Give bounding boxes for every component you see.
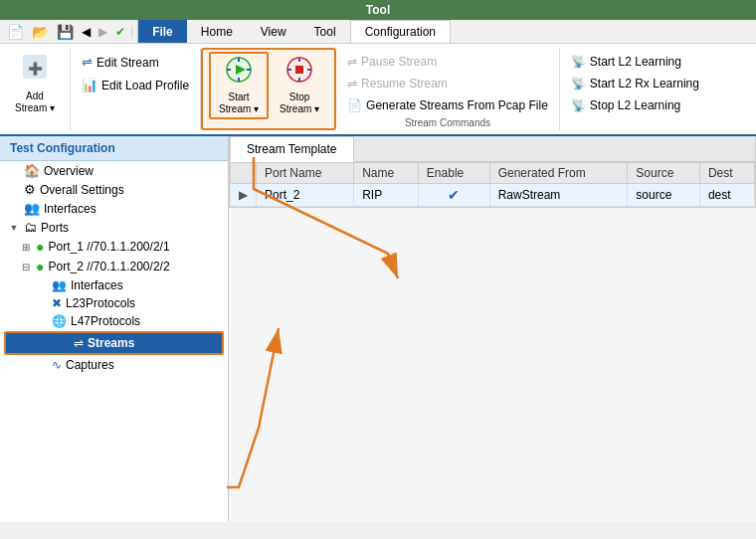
table-row[interactable]: ▶ Port_2 RIP ✔ RawStream source dest	[231, 184, 755, 207]
col-header-dest: Dest	[699, 163, 754, 184]
captures-label: Captures	[66, 358, 114, 372]
p2int-label: Interfaces	[71, 278, 123, 292]
svg-text:➕: ➕	[28, 61, 43, 76]
stream-commands-group-label: Stream Commands	[342, 115, 553, 128]
stop-stream-button[interactable]: StopStream ▾	[271, 52, 328, 119]
ports-expander: ▼	[8, 223, 20, 233]
sidebar-item-ports[interactable]: ▼ 🗂 Ports	[0, 218, 228, 237]
svg-rect-9	[295, 66, 303, 74]
edit-stream-label: Edit Stream	[96, 56, 159, 70]
edit-load-label: Edit Load Profile	[101, 79, 189, 92]
start-l2-learning-button[interactable]: 📡 Start L2 Learning	[566, 52, 704, 72]
stream-table: Port Name Name Enable Generated From Sou…	[230, 162, 755, 207]
port2-dot: ●	[36, 259, 44, 274]
sidebar-item-overview[interactable]: 🏠 Overview	[0, 161, 228, 180]
add-stream-button[interactable]: ➕ AddStream ▾	[6, 50, 64, 117]
checkbox-checked-icon: ✔	[448, 187, 460, 203]
test-configuration-header: Test Configuration	[0, 136, 228, 161]
start-stream-button[interactable]: StartStream ▾	[209, 52, 269, 119]
col-header-name: Name	[354, 163, 419, 184]
cell-source: source	[628, 184, 700, 207]
port1-label: Port_1 //70.1.1.200/2/1	[48, 240, 169, 254]
menu-tool[interactable]: Tool	[300, 20, 350, 43]
l47-label: L47Protocols	[71, 314, 140, 328]
tab-stream-template[interactable]: Stream Template	[230, 136, 354, 162]
sidebar-item-l47[interactable]: 🌐 L47Protocols	[0, 312, 228, 330]
interfaces-label: Interfaces	[44, 202, 96, 216]
ribbon-group-learning: 📡 Start L2 Learning 📡 Start L2 Rx Learni…	[560, 48, 710, 130]
menu-configuration[interactable]: Configuration	[350, 20, 451, 43]
edit-buttons-col: ⇌ Edit Stream 📊 Edit Load Profile	[77, 50, 194, 95]
title-bar: Tool	[0, 0, 756, 20]
stream-commands-col: ⇌ Pause Stream ⇌ Resume Stream 📄 Generat…	[342, 50, 553, 115]
overall-label: Overall Settings	[40, 183, 124, 197]
col-header-port-name: Port Name	[257, 163, 354, 184]
toolbar-icon-new[interactable]: 📄	[4, 22, 27, 42]
add-stream-icon: ➕	[21, 53, 49, 88]
ports-label: Ports	[41, 221, 69, 235]
sidebar-item-interfaces[interactable]: 👥 Interfaces	[0, 199, 228, 218]
cell-generated-from: RawStream	[489, 184, 628, 207]
content-area: Stream Template Port Name Name Enable Ge…	[229, 136, 756, 522]
col-header-generated-from: Generated From	[489, 163, 628, 184]
stop-stream-icon	[285, 56, 313, 87]
stop-l2-icon: 📡	[571, 98, 586, 112]
edit-stream-icon: ⇌	[82, 55, 93, 70]
tab-bar: Stream Template	[230, 136, 755, 162]
stream-template-panel: Stream Template Port Name Name Enable Ge…	[229, 136, 756, 208]
pause-stream-label: Pause Stream	[361, 55, 437, 69]
resume-stream-button[interactable]: ⇌ Resume Stream	[342, 74, 553, 93]
port1-expander: ⊞	[20, 242, 32, 253]
toolbar-icon-save[interactable]: 💾	[54, 22, 77, 42]
sidebar-item-streams[interactable]: ⇌ Streams	[4, 331, 224, 355]
start-l2-label: Start L2 Learning	[590, 55, 681, 69]
start-stream-icon	[225, 56, 253, 87]
app-window: Tool 📄 📂 💾 ◀ ▶ ✔ | File Home View Tool C…	[0, 0, 756, 539]
ribbon-group-commands: ⇌ Pause Stream ⇌ Resume Stream 📄 Generat…	[336, 48, 560, 130]
port2-label: Port_2 //70.1.1.200/2/2	[48, 260, 169, 273]
sidebar-item-port2[interactable]: ⊟ ● Port_2 //70.1.1.200/2/2	[0, 257, 228, 276]
ribbon-group-edit: ⇌ Edit Stream 📊 Edit Load Profile	[71, 48, 201, 130]
cell-dest: dest	[699, 184, 754, 207]
overview-icon: 🏠	[24, 163, 40, 178]
pause-stream-button[interactable]: ⇌ Pause Stream	[342, 52, 553, 72]
sidebar-item-port1[interactable]: ⊞ ● Port_1 //70.1.1.200/2/1	[0, 237, 228, 257]
sidebar-item-captures[interactable]: ∿ Captures	[0, 356, 228, 374]
stop-l2-learning-button[interactable]: 📡 Stop L2 Learning	[566, 95, 704, 115]
toolbar-icon-forward[interactable]: ▶	[95, 23, 110, 41]
ribbon-group-add: ➕ AddStream ▾	[0, 48, 71, 130]
start-l2-icon: 📡	[571, 55, 586, 69]
sidebar-item-port2-interfaces[interactable]: 👥 Interfaces	[0, 276, 228, 294]
row-expander[interactable]: ▶	[231, 184, 257, 207]
start-l2-rx-icon: 📡	[571, 77, 586, 90]
edit-load-profile-button[interactable]: 📊 Edit Load Profile	[77, 75, 194, 95]
ribbon-group-streams: StartStream ▾ StopStream ▾	[201, 48, 336, 130]
streams-label: Streams	[88, 336, 134, 350]
start-stream-label: StartStream ▾	[219, 91, 259, 115]
menu-view[interactable]: View	[247, 20, 300, 43]
start-l2-rx-button[interactable]: 📡 Start L2 Rx Learning	[566, 74, 704, 93]
l23-icon: ✖	[52, 296, 62, 310]
cell-name: RIP	[354, 184, 419, 207]
captures-icon: ∿	[52, 358, 62, 372]
menu-file[interactable]: File	[138, 20, 187, 43]
sidebar-item-overall-settings[interactable]: ⚙ Overall Settings	[0, 180, 228, 199]
p2int-icon: 👥	[52, 278, 67, 292]
overview-label: Overview	[44, 164, 94, 178]
toolbar-icon-back[interactable]: ◀	[79, 23, 94, 41]
sidebar-item-l23[interactable]: ✖ L23Protocols	[0, 294, 228, 312]
menu-home[interactable]: Home	[187, 20, 247, 43]
stop-stream-label: StopStream ▾	[280, 91, 319, 115]
learning-col: 📡 Start L2 Learning 📡 Start L2 Rx Learni…	[566, 50, 704, 115]
port2-expander: ⊟	[20, 262, 32, 272]
cell-enable[interactable]: ✔	[418, 184, 489, 207]
add-stream-label: AddStream ▾	[15, 90, 55, 114]
generate-streams-button[interactable]: 📄 Generate Streams From Pcap File	[342, 95, 553, 115]
edit-stream-button[interactable]: ⇌ Edit Stream	[77, 52, 194, 73]
start-l2-rx-label: Start L2 Rx Learning	[590, 77, 699, 90]
resume-stream-label: Resume Stream	[361, 77, 448, 90]
toolbar-icon-check[interactable]: ✔	[112, 23, 128, 41]
toolbar-icon-open[interactable]: 📂	[29, 22, 52, 42]
generate-streams-icon: 📄	[347, 98, 362, 112]
streams-icon: ⇌	[74, 336, 84, 350]
